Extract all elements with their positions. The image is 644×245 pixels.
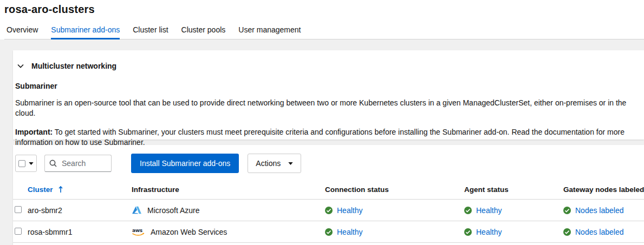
cluster-name: aro-sbmr2 — [28, 200, 132, 221]
section-title: Multicluster networking — [31, 62, 116, 70]
cluster-name: rosa-sbmmr1 — [28, 221, 132, 243]
cluster-column-label: Cluster — [28, 186, 53, 194]
agent-status-column-label: Agent status — [464, 181, 563, 200]
tab-submariner-add-ons[interactable]: Submariner add-ons — [51, 23, 120, 39]
multicluster-networking-card: Multicluster networking Submariner Subma… — [13, 50, 644, 140]
actions-dropdown[interactable]: Actions — [248, 154, 301, 173]
gateway-nodes-link[interactable]: Nodes labeled — [575, 206, 624, 215]
caret-down-icon — [288, 162, 293, 165]
agent-status-link[interactable]: Healthy — [476, 228, 502, 236]
multicluster-networking-toggle[interactable]: Multicluster networking — [15, 62, 116, 70]
table-toolbar: Install Submariner add-ons Actions — [13, 154, 644, 181]
infrastructure-column-label: Infrastructure — [132, 181, 325, 200]
submariner-description: Submariner is an open-source tool that c… — [15, 98, 635, 118]
install-submariner-add-ons-button[interactable]: Install Submariner add-ons — [131, 154, 239, 173]
submariner-clusters-table: Cluster Infrastructure Connection status… — [13, 181, 644, 243]
aws-icon: aws — [132, 227, 145, 236]
bulk-select-dropdown[interactable] — [15, 155, 37, 172]
row-checkbox[interactable] — [15, 228, 22, 235]
check-circle-icon — [563, 228, 571, 236]
cluster-column-sort-button[interactable]: Cluster — [28, 186, 63, 194]
connection-status-column-label: Connection status — [325, 181, 464, 200]
page-title: rosa-aro-clusters — [4, 3, 644, 16]
infrastructure-name: Amazon Web Services — [151, 228, 227, 236]
agent-status-link[interactable]: Healthy — [476, 206, 502, 215]
connection-status-link[interactable]: Healthy — [337, 206, 362, 215]
check-circle-icon — [464, 228, 472, 236]
svg-text:aws: aws — [132, 228, 142, 233]
chevron-down-icon — [17, 64, 24, 68]
tab-overview[interactable]: Overview — [6, 23, 38, 39]
caret-down-icon — [29, 162, 34, 165]
sort-ascending-icon — [58, 186, 63, 193]
search-box — [44, 155, 112, 172]
table-header-row: Cluster Infrastructure Connection status… — [13, 181, 644, 200]
table-row: aro-sbmr2 Microsoft Azure — [13, 200, 644, 221]
tab-cluster-pools[interactable]: Cluster pools — [181, 23, 226, 39]
row-checkbox[interactable] — [15, 206, 22, 213]
table-row: rosa-sbmmr1 aws Amazon Web Services — [13, 221, 644, 243]
check-circle-icon — [325, 228, 333, 236]
infrastructure-name: Microsoft Azure — [147, 206, 199, 215]
connection-status-link[interactable]: Healthy — [337, 228, 362, 236]
check-circle-icon — [325, 207, 333, 214]
search-icon — [49, 160, 57, 167]
bulk-select-checkbox[interactable] — [18, 160, 25, 167]
submariner-subtitle: Submariner — [15, 82, 635, 90]
tab-cluster-list[interactable]: Cluster list — [133, 23, 168, 39]
gateway-nodes-column-label: Gateway nodes labeled — [563, 181, 644, 200]
submariner-clusters-card: Install Submariner add-ons Actions Clust… — [13, 145, 644, 245]
important-label: Important: — [15, 128, 53, 136]
header-checkbox-spacer — [13, 181, 28, 200]
page-header: rosa-aro-clusters Overview Submariner ad… — [0, 0, 644, 39]
tab-user-management[interactable]: User management — [238, 23, 301, 39]
check-circle-icon — [563, 207, 571, 214]
page-content: Multicluster networking Submariner Subma… — [0, 39, 644, 245]
azure-icon — [132, 206, 142, 214]
tab-bar: Overview Submariner add-ons Cluster list… — [4, 23, 644, 39]
actions-label: Actions — [256, 159, 281, 168]
gateway-nodes-link[interactable]: Nodes labeled — [575, 228, 624, 236]
search-input[interactable] — [61, 158, 107, 168]
check-circle-icon — [464, 207, 472, 214]
